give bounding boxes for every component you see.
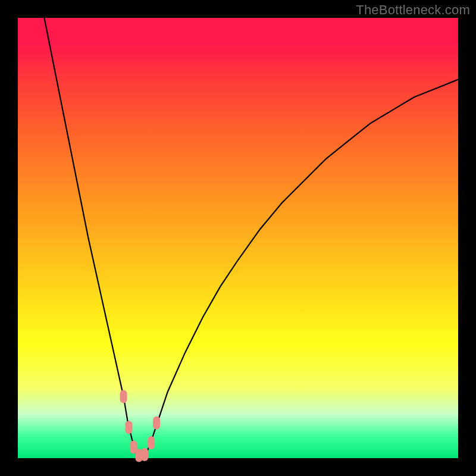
marker-group — [120, 390, 161, 462]
chart-frame: TheBottleneck.com — [0, 0, 476, 476]
curve-marker — [153, 416, 160, 430]
curve-marker — [148, 436, 155, 449]
bottleneck-curve-path — [44, 18, 458, 456]
curve-marker — [141, 448, 148, 461]
chart-svg — [0, 0, 476, 476]
watermark-text: TheBottleneck.com — [356, 2, 470, 18]
curve-marker — [126, 421, 133, 434]
curve-marker — [120, 390, 127, 403]
